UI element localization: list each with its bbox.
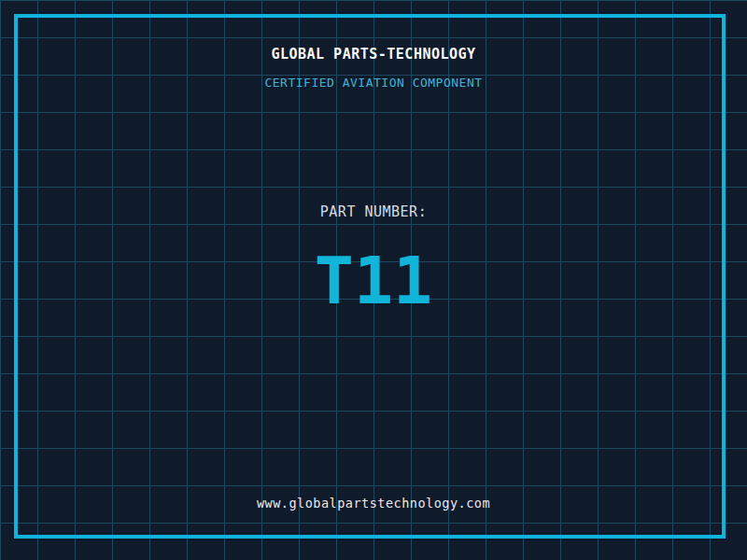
part-number-value: T11 xyxy=(0,248,747,314)
website-url: www.globalpartstechnology.com xyxy=(0,495,747,511)
certification-tagline: CERTIFIED AVIATION COMPONENT xyxy=(0,75,747,91)
part-number-label: PART NUMBER: xyxy=(0,204,747,219)
company-title: GLOBAL PARTS-TECHNOLOGY xyxy=(0,45,747,63)
blueprint-placard: GLOBAL PARTS-TECHNOLOGY CERTIFIED AVIATI… xyxy=(0,0,747,560)
